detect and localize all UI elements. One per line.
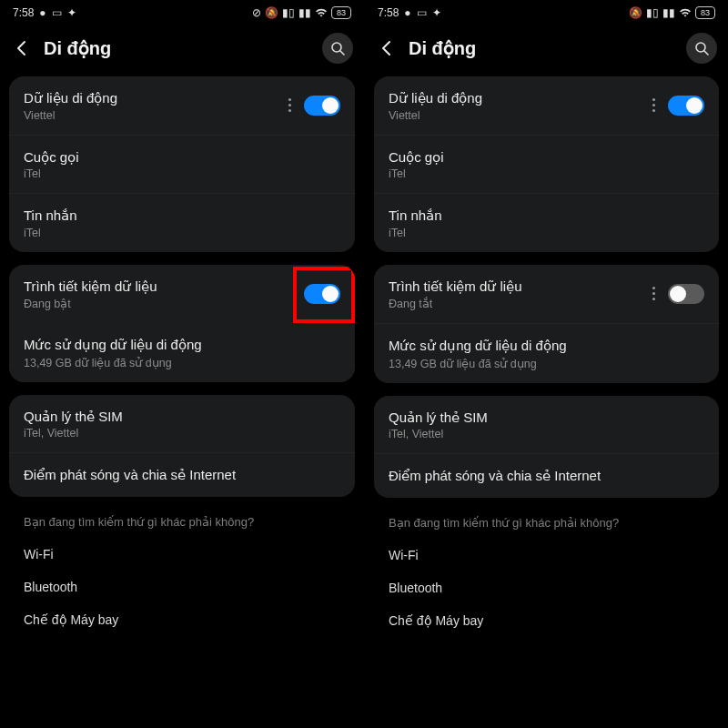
- footer-link-airplane[interactable]: Chế độ Máy bay: [9, 603, 355, 636]
- signal-icon: ▮▮: [298, 7, 311, 18]
- status-bar: 7:58 ● ▭ ✦ ⊘ 🔕 ▮▯ ▮▮ 83: [0, 0, 364, 25]
- signal-icon: ▮▯: [282, 7, 295, 18]
- card-data: Trình tiết kiệm dữ liệu Đang bật Mức sử …: [9, 265, 355, 382]
- signal-icon: ▮▮: [662, 7, 675, 18]
- row-calls[interactable]: Cuộc gọi iTel: [9, 135, 355, 194]
- search-button[interactable]: [322, 33, 353, 64]
- row-title: Điểm phát sóng và chia sẻ Internet: [389, 467, 704, 485]
- row-title: Mức sử dụng dữ liệu di động: [389, 337, 704, 355]
- status-app-icon: ▭: [52, 7, 62, 18]
- row-subtitle: iTel: [389, 167, 704, 180]
- wifi-icon: [679, 8, 692, 17]
- card-sim: Quản lý thẻ SIM iTel, Viettel Điểm phát …: [9, 395, 355, 497]
- row-title: Mức sử dụng dữ liệu di động: [24, 336, 340, 354]
- card-connections: Dữ liệu di động Viettel Cuộc gọi iTel Ti…: [9, 76, 355, 252]
- search-icon: [694, 41, 709, 56]
- search-icon: [330, 41, 345, 56]
- page-header: Di động: [365, 25, 728, 76]
- more-options-icon[interactable]: [649, 98, 659, 112]
- more-options-icon[interactable]: [649, 287, 659, 300]
- row-title: Tin nhắn: [389, 207, 704, 225]
- dnd-icon: ⊘: [252, 7, 261, 18]
- status-bar: 7:58 ● ▭ ✦ 🔕 ▮▯ ▮▮ 83: [365, 0, 728, 25]
- battery-indicator: 83: [695, 6, 715, 19]
- row-subtitle: Đang bật: [24, 297, 295, 310]
- row-subtitle: Viettel: [389, 109, 640, 122]
- row-sim-management[interactable]: Quản lý thẻ SIM iTel, Viettel: [374, 396, 719, 454]
- row-title: Điểm phát sóng và chia sẻ Internet: [24, 466, 340, 484]
- row-subtitle: iTel, Viettel: [24, 427, 340, 440]
- row-subtitle: 13,49 GB dữ liệu đã sử dụng: [389, 357, 704, 370]
- signal-icon: ▮▯: [646, 7, 659, 18]
- row-calls[interactable]: Cuộc gọi iTel: [374, 135, 719, 194]
- row-subtitle: iTel, Viettel: [389, 428, 704, 440]
- row-data-usage[interactable]: Mức sử dụng dữ liệu di động 13,49 GB dữ …: [374, 323, 719, 383]
- page-header: Di động: [0, 25, 364, 76]
- row-title: Trình tiết kiệm dữ liệu: [389, 278, 640, 296]
- status-app-icon: ✦: [432, 7, 441, 18]
- status-app-icon: ●: [404, 7, 410, 18]
- svg-line-1: [340, 51, 344, 55]
- footer-link-bluetooth[interactable]: Bluetooth: [9, 571, 355, 603]
- wifi-icon: [315, 8, 328, 17]
- row-data-usage[interactable]: Mức sử dụng dữ liệu di động 13,49 GB dữ …: [9, 323, 355, 382]
- row-sim-management[interactable]: Quản lý thẻ SIM iTel, Viettel: [9, 395, 355, 453]
- row-title: Cuộc gọi: [24, 148, 340, 167]
- row-mobile-data[interactable]: Dữ liệu di động Viettel: [9, 76, 355, 135]
- back-button[interactable]: [372, 34, 401, 63]
- row-subtitle: iTel: [24, 167, 340, 180]
- row-title: Dữ liệu di động: [24, 89, 276, 107]
- page-title: Di động: [44, 37, 315, 59]
- footer-link-airplane[interactable]: Chế độ Máy bay: [374, 604, 719, 637]
- status-time: 7:58: [378, 6, 399, 19]
- card-connections: Dữ liệu di động Viettel Cuộc gọi iTel Ti…: [374, 76, 719, 252]
- status-app-icon: ✦: [67, 7, 76, 18]
- row-title: Cuộc gọi: [389, 148, 704, 167]
- row-subtitle: Viettel: [24, 109, 276, 122]
- row-title: Tin nhắn: [24, 207, 340, 225]
- row-title: Quản lý thẻ SIM: [24, 408, 340, 426]
- status-app-icon: ●: [39, 7, 46, 18]
- search-button[interactable]: [686, 33, 717, 64]
- row-messages[interactable]: Tin nhắn iTel: [374, 193, 719, 252]
- mobile-data-toggle[interactable]: [668, 96, 704, 116]
- row-title: Dữ liệu di động: [389, 89, 640, 107]
- row-subtitle: iTel: [389, 227, 704, 239]
- row-hotspot[interactable]: Điểm phát sóng và chia sẻ Internet: [9, 452, 355, 497]
- back-button[interactable]: [7, 34, 36, 63]
- status-time: 7:58: [13, 6, 34, 19]
- row-data-saver[interactable]: Trình tiết kiệm dữ liệu Đang bật: [9, 265, 355, 324]
- svg-line-3: [704, 51, 708, 55]
- row-subtitle: Đang tắt: [389, 297, 640, 310]
- phone-right: 7:58 ● ▭ ✦ 🔕 ▮▯ ▮▮ 83 Di động Dữ liệ: [364, 0, 728, 728]
- card-sim: Quản lý thẻ SIM iTel, Viettel Điểm phát …: [374, 396, 719, 498]
- mobile-data-toggle[interactable]: [304, 96, 340, 116]
- data-saver-toggle[interactable]: [668, 284, 704, 304]
- data-saver-toggle[interactable]: [304, 284, 340, 304]
- row-mobile-data[interactable]: Dữ liệu di động Viettel: [374, 76, 719, 135]
- status-app-icon: ▭: [417, 7, 427, 18]
- card-data: Trình tiết kiệm dữ liệu Đang tắt Mức sử …: [374, 265, 719, 383]
- row-data-saver[interactable]: Trình tiết kiệm dữ liệu Đang tắt: [374, 265, 719, 324]
- mute-icon: 🔕: [265, 7, 278, 18]
- row-messages[interactable]: Tin nhắn iTel: [9, 193, 355, 252]
- row-hotspot[interactable]: Điểm phát sóng và chia sẻ Internet: [374, 453, 719, 498]
- row-title: Quản lý thẻ SIM: [389, 409, 704, 427]
- mute-icon: 🔕: [629, 7, 642, 18]
- footer-hint: Bạn đang tìm kiếm thứ gì khác phải không…: [374, 511, 719, 539]
- footer-link-wifi[interactable]: Wi-Fi: [374, 539, 719, 571]
- footer-hint: Bạn đang tìm kiếm thứ gì khác phải không…: [9, 510, 355, 538]
- footer-link-bluetooth[interactable]: Bluetooth: [374, 571, 719, 604]
- phone-left: 7:58 ● ▭ ✦ ⊘ 🔕 ▮▯ ▮▮ 83 Di động: [0, 0, 364, 728]
- more-options-icon[interactable]: [285, 98, 295, 112]
- page-title: Di động: [409, 37, 679, 59]
- row-title: Trình tiết kiệm dữ liệu: [24, 278, 295, 296]
- footer-link-wifi[interactable]: Wi-Fi: [9, 538, 355, 571]
- row-subtitle: 13,49 GB dữ liệu đã sử dụng: [24, 356, 340, 369]
- row-subtitle: iTel: [24, 227, 340, 239]
- battery-indicator: 83: [331, 6, 351, 19]
